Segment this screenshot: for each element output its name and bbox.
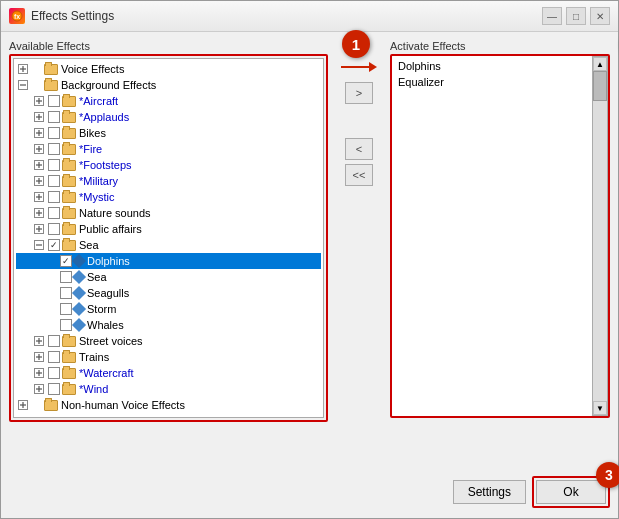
tree-item-label: Voice Effects [61,63,124,75]
ok-button[interactable]: Ok [536,480,606,504]
remove-button[interactable]: < [345,138,373,160]
tree-item[interactable]: Bikes [16,125,321,141]
checkbox[interactable] [48,335,60,347]
checkbox[interactable] [48,143,60,155]
folder-icon [62,160,76,171]
minimize-button[interactable]: — [542,7,562,25]
checkbox[interactable] [60,255,72,267]
ok-button-border: 3 Ok [532,476,610,508]
checkbox[interactable] [48,223,60,235]
tree-item[interactable]: *Watercraft [16,365,321,381]
tree-item[interactable]: Nature sounds [16,205,321,221]
expand-btn[interactable] [32,158,46,172]
tree-item[interactable]: *Mystic [16,189,321,205]
tree-item[interactable]: *Fire [16,141,321,157]
tree-item[interactable]: Seagulls [16,285,321,301]
checkbox[interactable] [48,239,60,251]
folder-icon [62,208,76,219]
expand-btn[interactable] [32,206,46,220]
expand-btn[interactable] [32,238,46,252]
expand-btn[interactable] [32,334,46,348]
add-button[interactable]: > [345,82,373,104]
checkbox[interactable] [48,367,60,379]
tree-item-label: Bikes [79,127,106,139]
tree-item-label: *Applauds [79,111,129,123]
tree-item[interactable]: *Footsteps [16,157,321,173]
scroll-down-btn[interactable]: ▼ [593,401,607,415]
checkbox[interactable] [60,303,72,315]
activated-item[interactable]: Dolphins [394,58,590,74]
expand-btn[interactable] [32,222,46,236]
checkbox[interactable] [48,111,60,123]
tree-item[interactable]: Sea [16,269,321,285]
folder-icon [62,224,76,235]
tree-item-label: Public affairs [79,223,142,235]
checkbox[interactable] [48,191,60,203]
scroll-up-btn[interactable]: ▲ [593,57,607,71]
scrollbar[interactable]: ▲ ▼ [592,56,608,416]
checkbox[interactable] [48,95,60,107]
tree-item[interactable]: Non-human Voice Effects [16,397,321,413]
tree-item[interactable]: Sea [16,237,321,253]
checkbox[interactable] [48,175,60,187]
tree-item[interactable]: Whales [16,317,321,333]
tree-item[interactable]: Street voices [16,333,321,349]
remove-all-button[interactable]: << [345,164,373,186]
tree-item[interactable]: Trains [16,349,321,365]
tree-item[interactable]: Storm [16,301,321,317]
expand-btn[interactable] [16,62,30,76]
checkbox[interactable] [60,271,72,283]
expand-btn[interactable] [48,286,58,300]
tree-item[interactable]: *Wind [16,381,321,397]
expand-btn[interactable] [48,254,58,268]
expand-btn[interactable] [32,126,46,140]
footer-row: Settings 3 Ok [9,472,610,510]
expand-btn[interactable] [16,398,30,412]
folder-icon [62,128,76,139]
checkbox[interactable] [60,319,72,331]
settings-button[interactable]: Settings [453,480,526,504]
expand-btn[interactable] [48,270,58,284]
expand-btn[interactable] [32,190,46,204]
expand-btn[interactable] [32,382,46,396]
checkbox[interactable] [48,127,60,139]
maximize-button[interactable]: □ [566,7,586,25]
tree-item[interactable]: *Applauds [16,109,321,125]
checkbox[interactable] [60,287,72,299]
left-area: 1 Available Effects Voice EffectsBackgro… [9,40,328,466]
tree-item-label: *Watercraft [79,367,134,379]
expand-btn[interactable] [32,142,46,156]
tree-item[interactable]: Voice Effects [16,61,321,77]
checkbox[interactable] [48,207,60,219]
expand-btn[interactable] [32,350,46,364]
tree-item-label: *Wind [79,383,108,395]
checkbox[interactable] [48,351,60,363]
checkbox[interactable] [48,159,60,171]
close-button[interactable]: ✕ [590,7,610,25]
tree-item-label: Dolphins [87,255,130,267]
checkbox[interactable] [48,383,60,395]
tree-item[interactable]: Public affairs [16,221,321,237]
scroll-thumb[interactable] [593,71,607,101]
activated-effects-box[interactable]: DolphinsEqualizer [392,56,592,416]
activated-item[interactable]: Equalizer [394,74,590,90]
tree-item-label: *Military [79,175,118,187]
expand-btn[interactable] [32,110,46,124]
scroll-track[interactable] [593,71,607,401]
expand-btn[interactable] [32,366,46,380]
expand-btn[interactable] [48,318,58,332]
expand-btn[interactable] [16,78,30,92]
tree-item-label: Whales [87,319,124,331]
available-effects-tree[interactable]: Voice EffectsBackground Effects*Aircraft… [13,58,324,418]
tree-item[interactable]: Background Effects [16,77,321,93]
panels-row: 1 Available Effects Voice EffectsBackgro… [9,40,610,466]
activate-effects-label: Activate Effects [390,40,610,52]
expand-btn[interactable] [32,174,46,188]
tree-item[interactable]: Dolphins [16,253,321,269]
expand-btn[interactable] [48,302,58,316]
expand-btn[interactable] [32,94,46,108]
tree-item[interactable]: *Military [16,173,321,189]
folder-icon [62,96,76,107]
badge-1: 1 [342,30,370,58]
tree-item[interactable]: *Aircraft [16,93,321,109]
